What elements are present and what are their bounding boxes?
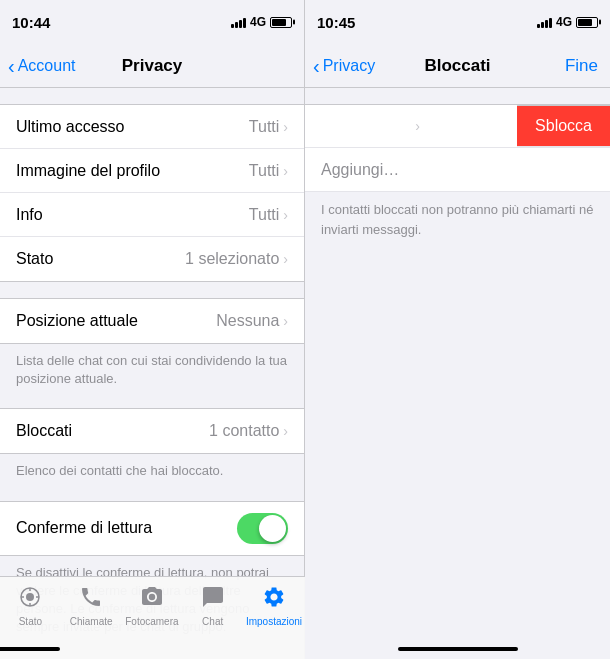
right-time: 10:45 xyxy=(317,14,355,31)
right-status-icons: 4G xyxy=(537,15,598,29)
right-nav-bar: ‹ Privacy Bloccati Fine xyxy=(305,44,610,88)
conferme-toggle[interactable] xyxy=(237,513,288,544)
blocked-section-content: Bloccati 1 contatto › xyxy=(0,408,304,454)
posizione-row[interactable]: Posizione attuale Nessuna › xyxy=(0,299,304,343)
posizione-value: Nessuna › xyxy=(216,312,288,330)
left-back-button[interactable]: ‹ Account xyxy=(8,56,75,76)
left-battery xyxy=(270,17,292,28)
stato-chevron: › xyxy=(283,251,288,267)
immagine-profilo-label: Immagine del profilo xyxy=(16,162,160,180)
chat-icon xyxy=(201,585,225,613)
right-battery xyxy=(576,17,598,28)
right-status-bar: 10:45 4G xyxy=(305,0,610,44)
info-value: Tutti › xyxy=(249,206,288,224)
right-home-indicator xyxy=(398,647,518,651)
right-back-button[interactable]: ‹ Privacy xyxy=(313,56,375,76)
position-section: Posizione attuale Nessuna › Lista delle … xyxy=(0,298,304,392)
stato-row[interactable]: Stato 1 selezionato › xyxy=(0,237,304,281)
bloccati-note: Elenco dei contatti che hai bloccato. xyxy=(0,454,304,484)
info-chevron: › xyxy=(283,207,288,223)
right-signal xyxy=(537,16,552,28)
info-label: Info xyxy=(16,206,43,224)
fine-button[interactable]: Fine xyxy=(565,56,598,76)
ultimo-accesso-value: Tutti › xyxy=(249,118,288,136)
aggiungi-label: Aggiungi… xyxy=(321,161,399,179)
right-back-chevron: ‹ xyxy=(313,56,320,76)
left-status-icons: 4G xyxy=(231,15,292,29)
fotocamera-icon xyxy=(140,585,164,613)
posizione-chevron: › xyxy=(283,313,288,329)
left-time: 10:44 xyxy=(12,14,50,31)
impostazioni-icon xyxy=(262,585,286,613)
bloccati-chevron: › xyxy=(283,423,288,439)
bloccati-row[interactable]: Bloccati 1 contatto › xyxy=(0,409,304,453)
conferme-row: Conferme di lettura xyxy=(0,502,304,555)
posizione-label: Posizione attuale xyxy=(16,312,138,330)
left-back-label: Account xyxy=(18,57,76,75)
left-status-bar: 10:44 4G xyxy=(0,0,304,44)
left-nav-title: Privacy xyxy=(122,56,183,76)
privacy-section-content: Ultimo accesso Tutti › Immagine del prof… xyxy=(0,104,304,282)
tab-chiamate[interactable]: Chiamate xyxy=(64,585,119,627)
left-content: Ultimo accesso Tutti › Immagine del prof… xyxy=(0,88,304,659)
tab-chat[interactable]: Chat xyxy=(185,585,240,627)
privacy-section: Ultimo accesso Tutti › Immagine del prof… xyxy=(0,104,304,282)
right-back-label: Privacy xyxy=(323,57,375,75)
immagine-profilo-row[interactable]: Immagine del profilo Tutti › xyxy=(0,149,304,193)
left-nav-bar: ‹ Account Privacy xyxy=(0,44,304,88)
right-nav-title: Bloccati xyxy=(424,56,490,76)
left-back-chevron: ‹ xyxy=(8,56,15,76)
tab-chiamate-label: Chiamate xyxy=(70,616,113,627)
posizione-note: Lista delle chat con cui stai condividen… xyxy=(0,344,304,392)
tab-fotocamera[interactable]: Fotocamera xyxy=(124,585,179,627)
chiamate-icon xyxy=(79,585,103,613)
right-network: 4G xyxy=(556,15,572,29)
svg-point-1 xyxy=(26,593,34,601)
tab-stato-label: Stato xyxy=(19,616,42,627)
info-row[interactable]: Info Tutti › xyxy=(0,193,304,237)
ultimo-accesso-chevron: › xyxy=(283,119,288,135)
aggiungi-row[interactable]: Aggiungi… xyxy=(305,148,610,192)
ultimo-accesso-label: Ultimo accesso xyxy=(16,118,124,136)
blocked-contact-row[interactable]: › Sblocca xyxy=(305,104,610,148)
read-receipts-content: Conferme di lettura xyxy=(0,501,304,556)
tab-chat-label: Chat xyxy=(202,616,223,627)
bloccati-value: 1 contatto › xyxy=(209,422,288,440)
left-home-indicator xyxy=(0,647,60,651)
position-section-content: Posizione attuale Nessuna › xyxy=(0,298,304,344)
bloccati-label: Bloccati xyxy=(16,422,72,440)
tab-stato[interactable]: Stato xyxy=(3,585,58,627)
tab-impostazioni-label: Impostazioni xyxy=(246,616,302,627)
stato-icon xyxy=(18,585,42,613)
immagine-profilo-chevron: › xyxy=(283,163,288,179)
ultimo-accesso-row[interactable]: Ultimo accesso Tutti › xyxy=(0,105,304,149)
left-signal xyxy=(231,16,246,28)
stato-label: Stato xyxy=(16,250,53,268)
blocked-section: Bloccati 1 contatto › Elenco dei contatt… xyxy=(0,408,304,484)
tab-fotocamera-label: Fotocamera xyxy=(125,616,178,627)
tab-impostazioni[interactable]: Impostazioni xyxy=(246,585,302,627)
conferme-label: Conferme di lettura xyxy=(16,519,152,537)
left-network: 4G xyxy=(250,15,266,29)
immagine-profilo-value: Tutti › xyxy=(249,162,288,180)
toggle-knob xyxy=(259,515,286,542)
stato-value: 1 selezionato › xyxy=(185,250,288,268)
sblocca-button[interactable]: Sblocca xyxy=(517,105,610,147)
blocked-info-text: I contatti bloccati non potranno più chi… xyxy=(305,192,610,247)
